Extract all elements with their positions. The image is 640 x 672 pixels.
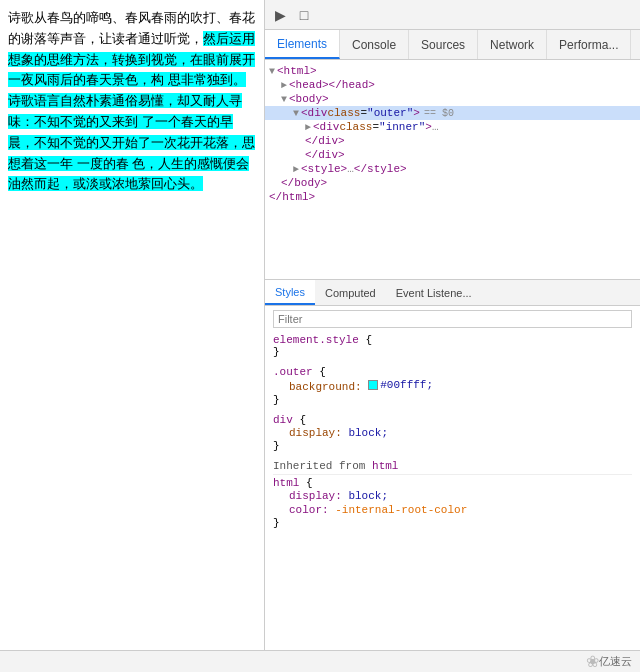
watermark-text: 亿速云 <box>599 654 632 669</box>
tab-performance[interactable]: Performa... <box>547 30 631 59</box>
tab-elements[interactable]: Elements <box>265 30 340 59</box>
tree-div-inner[interactable]: ► <div class="inner">… <box>265 120 640 134</box>
tree-div-outer-close[interactable]: </div> <box>265 148 640 162</box>
style-block-html-inherited: html { display: block; color: -internal-… <box>273 477 632 529</box>
tab-console[interactable]: Console <box>340 30 409 59</box>
tab-event-listeners[interactable]: Event Listene... <box>386 280 482 305</box>
webpage-content: 诗歌从春鸟的啼鸣、春风春雨的吹打、春花的谢落等声音，让读者通过听觉，然后运用想象… <box>8 8 256 195</box>
tree-html[interactable]: ▼ <html> <box>265 64 640 78</box>
devtools-toolbar: ▶ □ <box>265 0 640 30</box>
collapse-arrow-style[interactable]: ► <box>293 164 299 175</box>
logo-icon: ❀ <box>586 652 599 671</box>
inspect-icon[interactable]: □ <box>295 6 313 24</box>
style-selector-element: element.style { <box>273 334 632 346</box>
tree-body-close[interactable]: </body> <box>265 176 640 190</box>
filter-input[interactable] <box>278 313 627 325</box>
tree-head[interactable]: ► <head></head> <box>265 78 640 92</box>
bottom-bar: ❀ 亿速云 <box>0 650 640 672</box>
style-block-outer: .outer { background: #00ffff; } <box>273 366 632 406</box>
tree-html-close[interactable]: </html> <box>265 190 640 204</box>
collapse-arrow[interactable]: ▼ <box>269 66 275 77</box>
elements-tree[interactable]: ▼ <html> ► <head></head> ▼ <body> ▼ <div… <box>265 60 640 280</box>
style-selector-html: html { <box>273 477 632 489</box>
collapse-arrow-body[interactable]: ▼ <box>281 94 287 105</box>
tree-div-inner-close[interactable]: </div> <box>265 134 640 148</box>
devtools-panel: ▶ □ Elements Console Sources Network Per… <box>265 0 640 650</box>
tree-div-outer[interactable]: ▼ <div class="outer"> == $0 <box>265 106 640 120</box>
style-line-bg: background: #00ffff; <box>273 378 632 394</box>
tree-body[interactable]: ▼ <body> <box>265 92 640 106</box>
inherited-header: Inherited from html <box>273 460 632 475</box>
collapse-arrow-outer[interactable]: ▼ <box>293 108 299 119</box>
style-close-div: } <box>273 440 632 452</box>
tab-styles[interactable]: Styles <box>265 280 315 305</box>
color-swatch-00ffff[interactable] <box>368 380 378 390</box>
style-line-html-color: color: -internal-root-color <box>273 503 632 517</box>
style-line-html-display: display: block; <box>273 489 632 503</box>
tab-sources[interactable]: Sources <box>409 30 478 59</box>
tree-style[interactable]: ► <style>…</style> <box>265 162 640 176</box>
style-selector-div: div { <box>273 414 632 426</box>
style-selector-outer: .outer { <box>273 366 632 378</box>
cursor-icon[interactable]: ▶ <box>271 6 289 24</box>
style-block-div: div { display: block; } <box>273 414 632 452</box>
tab-network[interactable]: Network <box>478 30 547 59</box>
style-close-html: } <box>273 517 632 529</box>
filter-bar[interactable] <box>273 310 632 328</box>
style-close-outer: } <box>273 394 632 406</box>
devtools-content: ▼ <html> ► <head></head> ▼ <body> ▼ <div… <box>265 60 640 650</box>
style-block-element: element.style { } <box>273 334 632 358</box>
style-close-element: } <box>273 346 632 358</box>
tab-computed[interactable]: Computed <box>315 280 386 305</box>
collapse-arrow-inner[interactable]: ► <box>305 122 311 133</box>
devtools-top-tabs: Elements Console Sources Network Perform… <box>265 30 640 60</box>
inner-tabs: Styles Computed Event Listene... <box>265 280 640 306</box>
collapse-arrow-head[interactable]: ► <box>281 80 287 91</box>
highlighted-text: 然后运用想象的思维方法，转换到视觉，在眼前展开一夜风雨后的春天景色，构 思非常独… <box>8 31 255 192</box>
style-line-display: display: block; <box>273 426 632 440</box>
styles-panel: element.style { } .outer { background: <box>265 306 640 650</box>
webpage-panel: 诗歌从春鸟的啼鸣、春风春雨的吹打、春花的谢落等声音，让读者通过听觉，然后运用想象… <box>0 0 265 650</box>
